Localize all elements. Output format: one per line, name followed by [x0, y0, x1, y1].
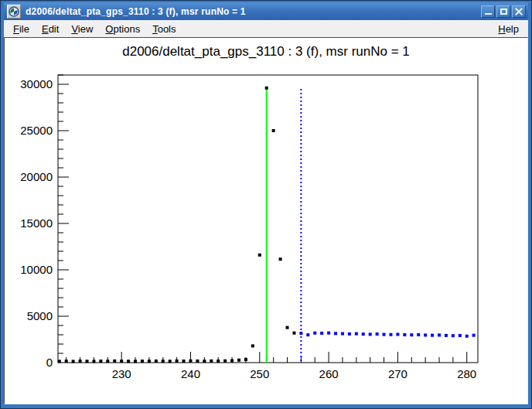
svg-text:230: 230 — [112, 367, 131, 380]
y-axis: 050001000015000200002500030000 — [20, 75, 69, 369]
theory-fit-marker — [452, 334, 455, 337]
menubar: File Edit View Options Tools Help — [4, 20, 528, 37]
theory-fit-marker — [396, 332, 399, 336]
theory-fit-marker — [341, 332, 344, 336]
data-histogram-marker — [155, 360, 158, 363]
data-histogram-marker — [258, 254, 261, 257]
data-histogram-marker — [189, 360, 192, 363]
data-histogram-marker — [169, 360, 172, 363]
root-logo-icon[interactable] — [7, 5, 21, 19]
data-histogram-marker — [86, 360, 89, 363]
data-histogram-marker — [148, 360, 151, 363]
data-histogram-marker — [237, 359, 240, 362]
theory-fit-marker — [362, 332, 365, 336]
close-button[interactable] — [512, 5, 526, 18]
theory-fit-marker — [445, 334, 448, 337]
data-histogram-marker — [127, 360, 130, 363]
data-histogram-marker — [113, 360, 116, 363]
root-canvas-window: d2006/deltat_pta_gps_3110 : 3 (f), msr r… — [0, 0, 532, 409]
svg-text:270: 270 — [388, 367, 408, 380]
theory-fit-marker — [327, 332, 330, 335]
theory-fit-marker — [410, 333, 413, 336]
svg-text:20000: 20000 — [20, 170, 53, 183]
data-histogram-marker — [210, 360, 213, 363]
data-histogram-marker — [279, 257, 282, 261]
data-histogram-marker — [272, 129, 275, 132]
theory-fit-marker — [369, 332, 372, 336]
window-titlebar[interactable]: d2006/deltat_pta_gps_3110 : 3 (f), msr r… — [4, 2, 528, 20]
window-controls — [481, 5, 526, 18]
theory-fit-marker — [376, 332, 379, 336]
theory-fit-marker — [320, 332, 323, 335]
theory-fit-marker — [383, 333, 386, 336]
theory-fit-marker — [431, 334, 434, 337]
theory-fit-marker — [459, 334, 462, 337]
data-histogram-marker — [72, 360, 75, 363]
svg-text:250: 250 — [250, 367, 269, 380]
data-histogram-marker — [203, 360, 206, 363]
theory-fit-marker — [313, 332, 316, 335]
svg-text:10000: 10000 — [20, 263, 53, 276]
data-histogram-marker — [176, 360, 179, 363]
svg-text:25000: 25000 — [20, 124, 53, 137]
svg-text:30000: 30000 — [20, 77, 53, 90]
theory-fit-marker — [466, 335, 469, 338]
svg-text:280: 280 — [457, 367, 476, 380]
close-icon — [513, 6, 525, 17]
theory-fit-marker — [299, 332, 302, 335]
theory-fit-marker — [355, 332, 358, 336]
data-histogram-marker — [244, 358, 247, 361]
data-histogram-marker — [223, 360, 227, 363]
data-histogram-marker — [162, 360, 165, 363]
theory-fit-marker — [403, 333, 406, 336]
data-histogram-marker — [182, 360, 186, 363]
menu-tools[interactable]: Tools — [146, 22, 182, 36]
data-histogram-marker — [217, 360, 220, 363]
data-histogram-marker — [79, 360, 82, 363]
theory-fit-marker — [438, 333, 441, 336]
theory-fit-marker — [348, 332, 351, 336]
menu-view[interactable]: View — [65, 22, 99, 36]
minimize-button[interactable] — [481, 5, 495, 18]
svg-text:260: 260 — [319, 367, 339, 380]
svg-text:5000: 5000 — [27, 309, 53, 322]
svg-text:0: 0 — [46, 356, 53, 369]
data-histogram-marker — [141, 360, 144, 363]
data-histogram-marker — [106, 360, 109, 363]
plot-frame — [58, 75, 478, 363]
menu-help[interactable]: Help — [492, 22, 525, 36]
window-title: d2006/deltat_pta_gps_3110 : 3 (f), msr r… — [26, 6, 481, 17]
data-histogram-marker — [99, 360, 102, 363]
plot-area[interactable]: 230240250260270280 050001000015000200002… — [5, 38, 528, 404]
svg-text:240: 240 — [181, 367, 200, 380]
data-histogram-marker — [134, 360, 137, 363]
x-axis: 230240250260270280 — [66, 352, 477, 380]
data-histogram-marker — [120, 360, 123, 363]
theory-fit-marker — [472, 334, 476, 337]
menu-options[interactable]: Options — [99, 22, 146, 36]
menu-file[interactable]: File — [7, 22, 36, 36]
data-histogram-marker — [265, 87, 268, 90]
data-histogram-marker — [230, 360, 234, 363]
data-histogram-marker — [58, 360, 61, 363]
maximize-icon — [500, 9, 507, 15]
data-histogram-marker — [65, 360, 68, 363]
svg-text:15000: 15000 — [20, 216, 53, 230]
theory-fit-marker — [334, 332, 337, 335]
theory-fit-marker — [306, 333, 309, 336]
theory-fit-marker — [424, 333, 427, 336]
vertical-marker-lines — [267, 89, 302, 363]
data-histogram-marker — [251, 344, 254, 347]
minimize-icon — [485, 13, 492, 15]
menu-edit[interactable]: Edit — [36, 22, 65, 36]
theory-fit-marker — [417, 333, 420, 336]
theory-fit-marker — [389, 333, 392, 336]
data-histogram-marker — [92, 360, 95, 363]
data-histogram-marker — [196, 360, 199, 363]
maximize-button[interactable] — [496, 5, 510, 18]
data-histogram-marker — [286, 326, 289, 329]
root-canvas[interactable]: d2006/deltat_pta_gps_3110 : 3 (f), msr r… — [4, 37, 528, 404]
data-histogram-marker — [292, 332, 295, 335]
